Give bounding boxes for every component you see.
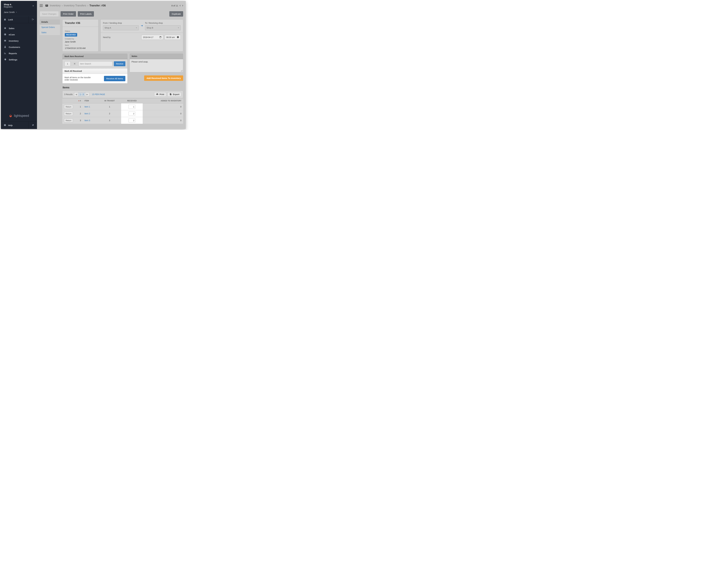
tab-details[interactable]: Details — [40, 19, 60, 25]
print-labels-button[interactable]: Print Labels — [78, 11, 94, 17]
item-link[interactable]: Item 2 — [84, 112, 90, 115]
col-in-transit[interactable]: IN TRANSIT — [98, 98, 121, 103]
help-label: Help — [8, 124, 13, 127]
item-search-input[interactable]: Item Search — [78, 61, 112, 66]
chart-icon — [4, 52, 6, 55]
sub-tabs: Details Special Orders Sales — [40, 19, 60, 35]
lock-label: Lock — [8, 18, 13, 21]
sidebar: Shop A Register1 ▶ Jane Smith ▼ Lock Sal… — [1, 1, 37, 129]
duplicate-button[interactable]: Duplicate — [169, 11, 183, 17]
items-next-page[interactable]: ▶ — [85, 92, 89, 96]
pin-button[interactable] — [29, 122, 37, 129]
received-input[interactable] — [129, 105, 135, 109]
need-by-date-value: 2018-04-17 — [143, 36, 153, 38]
save-button: Save Changes — [40, 11, 59, 17]
table-row: Return2Item 220 — [62, 110, 183, 117]
items-export-button[interactable]: Export — [168, 92, 181, 97]
to-shop-select[interactable]: Shop B ▼ — [145, 25, 181, 30]
added-value: 0 — [143, 117, 183, 124]
nav-item-ecom[interactable]: eCom — [1, 31, 37, 38]
transfer-title: Transfer #36 — [62, 20, 98, 27]
item-link[interactable]: Item 1 — [84, 106, 90, 108]
col-added[interactable]: ADDED TO INVENTORY — [143, 98, 183, 103]
crumb-current: Transfer: #36 — [89, 4, 106, 7]
in-transit-value: 2 — [98, 110, 121, 117]
lock-button[interactable]: Lock — [1, 16, 29, 23]
tab-special-orders[interactable]: Special Orders — [40, 25, 60, 30]
from-shop-select[interactable]: Shop A ▼ — [103, 25, 139, 30]
nav-label: eCom — [9, 33, 15, 36]
action-bar: Save Changes Print Order Print Labels Du… — [37, 10, 186, 19]
globe-icon — [4, 33, 6, 36]
add-to-inventory-button[interactable]: Add Received Items To Inventory — [144, 75, 183, 81]
nav-item-reports[interactable]: Reports — [1, 50, 37, 57]
nav-label: Settings — [9, 58, 17, 61]
items-prev-page[interactable]: ◀ — [74, 92, 78, 96]
need-by-time[interactable]: 08:00 am — [165, 35, 181, 40]
nav-label: Customers — [9, 46, 20, 48]
breadcrumb: Inventory › Inventory Transfers › Transf… — [50, 4, 106, 7]
receive-qty-input[interactable]: 1 — [65, 61, 71, 66]
nav-item-inventory[interactable]: Inventory — [1, 38, 37, 44]
gear-icon — [4, 58, 6, 61]
to-shop-value: Shop B — [147, 27, 153, 29]
shipping-card: From / Sending shop Shop A ▼ ➔ To / Rece… — [100, 19, 183, 52]
status-badge: RECEIVED — [65, 33, 77, 37]
sent-label: Sent — [65, 44, 96, 46]
return-button[interactable]: Return — [64, 105, 73, 109]
crumb-transfers[interactable]: Inventory Transfers — [64, 4, 86, 7]
help-button[interactable]: Help — [1, 122, 29, 129]
created-by-value: Jane Smith — [65, 40, 96, 43]
items-title: Items — [62, 85, 183, 91]
nav-item-sales[interactable]: Sales — [1, 25, 37, 31]
added-value: 0 — [143, 103, 183, 110]
crumb-inventory[interactable]: Inventory — [50, 4, 61, 7]
created-by-label: Created by — [65, 38, 96, 40]
nav-label: Sales — [9, 27, 14, 30]
notes-textarea[interactable]: Please send asap. — [130, 59, 183, 72]
received-input[interactable] — [129, 112, 135, 116]
mark-item-received-card: Mark Item Received 1 ✕ Item Search Recei… — [62, 54, 128, 68]
next-record[interactable]: › — [182, 4, 183, 7]
shop-switcher[interactable]: Shop A Register1 ▶ — [1, 1, 37, 9]
sent-value: 17/04/2018 10:55 AM — [65, 47, 96, 49]
table-row: Return1Item 110 — [62, 103, 183, 110]
clear-qty-button[interactable]: ✕ — [72, 61, 77, 66]
main-nav: SaleseComInventoryCustomersReportsSettin… — [1, 23, 37, 63]
return-button[interactable]: Return — [64, 119, 73, 122]
added-value: 0 — [143, 110, 183, 117]
return-button[interactable]: Return — [64, 112, 73, 116]
tab-sales[interactable]: Sales — [40, 30, 60, 35]
chevron-down-icon: ▼ — [136, 27, 137, 29]
nav-label: Reports — [9, 52, 17, 55]
item-link[interactable]: Item 3 — [84, 119, 90, 122]
received-input[interactable] — [129, 118, 135, 122]
logout-button[interactable] — [29, 16, 37, 23]
prev-record[interactable]: ‹ — [180, 4, 181, 7]
mark-all-title: Mark All Received — [62, 68, 127, 74]
col-item[interactable]: ITEM — [83, 98, 98, 103]
print-order-button[interactable]: Print Order — [61, 11, 76, 17]
items-per-page[interactable]: 15 PER PAGE — [92, 93, 105, 96]
items-section: Items 3 Results ◀ 1 - 3 ▶ 15 PER PAGE Pr… — [62, 85, 183, 124]
row-num: 1 — [75, 103, 83, 110]
menu-toggle[interactable] — [40, 4, 43, 7]
logout-icon — [32, 18, 34, 21]
results-count: 3 Results — [64, 93, 73, 96]
brand-text: lightspeed — [14, 114, 29, 118]
print-icon — [156, 93, 158, 96]
in-transit-value: 1 — [98, 103, 121, 110]
status-label: Status — [65, 30, 96, 32]
need-by-date[interactable]: 2018-04-17 — [141, 35, 163, 40]
lock-icon — [4, 18, 6, 21]
user-icon — [4, 46, 6, 48]
col-received[interactable]: RECEIVED — [121, 98, 143, 103]
user-menu[interactable]: Jane Smith ▼ — [1, 9, 37, 16]
receive-all-button[interactable]: Receive All Items — [104, 76, 125, 81]
nav-item-customers[interactable]: Customers — [1, 44, 37, 50]
receive-button[interactable]: Receive — [114, 61, 125, 66]
nav-item-settings[interactable]: Settings — [1, 57, 37, 63]
items-page-range: 1 - 3 — [78, 92, 85, 96]
sort-indicator[interactable] — [78, 100, 80, 102]
items-print-button[interactable]: Print — [154, 92, 166, 97]
